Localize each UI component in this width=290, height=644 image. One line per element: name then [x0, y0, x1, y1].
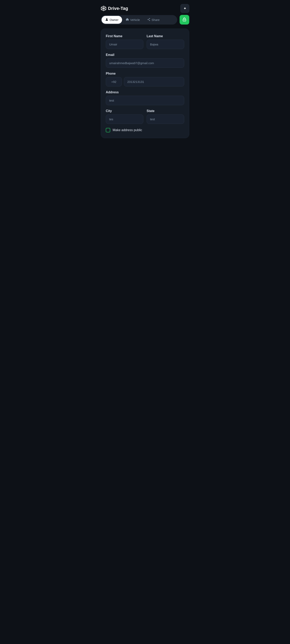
lock-button[interactable]: [180, 15, 189, 24]
lock-icon: [182, 17, 187, 22]
svg-point-11: [149, 20, 150, 21]
city-state-row: City State: [106, 109, 184, 124]
make-address-public-row: Make address public: [106, 128, 184, 132]
address-input[interactable]: [106, 96, 184, 105]
svg-line-13: [148, 20, 149, 20]
phone-section: Phone: [106, 72, 184, 86]
make-address-public-label: Make address public: [112, 128, 142, 132]
phone-number-input[interactable]: [124, 77, 184, 86]
svg-point-9: [149, 18, 150, 19]
first-name-input[interactable]: [106, 40, 144, 49]
share-icon: [147, 18, 150, 22]
phone-label: Phone: [106, 72, 184, 76]
tab-share-label: Share: [152, 18, 160, 22]
svg-point-5: [106, 18, 108, 20]
tab-container: Owner Vehicle: [101, 15, 177, 24]
phone-row: [106, 77, 184, 86]
first-name-label: First Name: [106, 34, 144, 38]
state-input[interactable]: [146, 114, 184, 124]
svg-point-8: [128, 20, 128, 21]
header: Drive-Tag ✦: [97, 0, 193, 15]
tab-navigation: Owner Vehicle: [97, 15, 193, 28]
email-section: Email: [106, 53, 184, 68]
first-name-group: First Name: [106, 34, 144, 49]
svg-point-7: [126, 20, 127, 21]
owner-icon: [105, 18, 108, 22]
tab-share[interactable]: Share: [144, 16, 163, 24]
logo-icon: [101, 6, 106, 11]
state-label: State: [146, 109, 184, 113]
phone-code-input[interactable]: [106, 77, 122, 86]
state-group: State: [146, 109, 184, 124]
last-name-group: Last Name: [146, 34, 184, 49]
tab-vehicle[interactable]: Vehicle: [122, 16, 144, 24]
app-title: Drive-Tag: [108, 6, 128, 11]
settings-icon: ✦: [184, 6, 186, 11]
address-section: Address: [106, 90, 184, 105]
settings-button[interactable]: ✦: [180, 4, 189, 13]
city-input[interactable]: [106, 114, 144, 124]
svg-point-15: [184, 20, 185, 20]
email-input[interactable]: [106, 58, 184, 68]
svg-line-12: [148, 19, 149, 19]
address-label: Address: [106, 90, 184, 94]
tab-vehicle-label: Vehicle: [130, 18, 140, 22]
vehicle-icon: [126, 18, 129, 22]
logo-area: Drive-Tag: [101, 6, 128, 11]
city-label: City: [106, 109, 144, 113]
name-row: First Name Last Name: [106, 34, 184, 49]
email-label: Email: [106, 53, 184, 57]
tab-owner[interactable]: Owner: [102, 16, 122, 24]
svg-rect-6: [126, 19, 129, 20]
city-group: City: [106, 109, 144, 124]
tab-owner-label: Owner: [110, 18, 118, 22]
make-address-public-checkbox[interactable]: [106, 128, 110, 132]
last-name-label: Last Name: [146, 34, 184, 38]
owner-form-card: First Name Last Name Email Phone Address…: [101, 28, 189, 138]
svg-point-10: [148, 19, 148, 20]
last-name-input[interactable]: [146, 40, 184, 49]
